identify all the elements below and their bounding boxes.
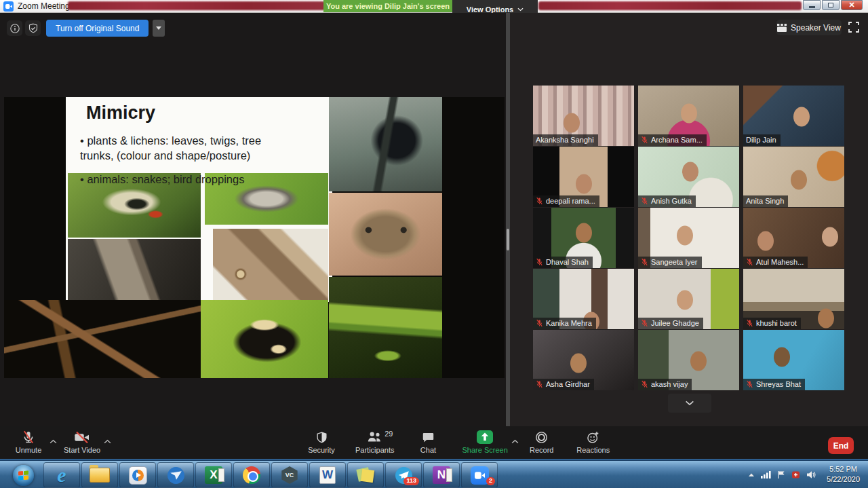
clock-date: 5/22/2020: [827, 474, 860, 485]
participant-name: Anish Gutka: [651, 197, 692, 205]
chevron-up-icon[interactable]: [50, 434, 57, 447]
screen-share-region: Turn off Original Sound Mimicry plants &…: [0, 13, 506, 426]
taskbar-media-player-button[interactable]: [119, 462, 156, 488]
security-button[interactable]: Security: [304, 429, 339, 454]
scroll-more-participants-button[interactable]: [668, 394, 711, 413]
window-title: Zoom Meeting: [18, 1, 70, 11]
taskbar-onenote-button[interactable]: N: [423, 462, 460, 488]
muted-mic-icon: [536, 319, 543, 327]
zoom-meeting-window: Zoom Meeting You are viewing Dilip Jain'…: [0, 0, 868, 488]
participant-face: [564, 113, 580, 133]
taskbar-word-button[interactable]: W: [309, 462, 346, 488]
control-label: Unmute: [16, 446, 42, 454]
participant-name-label: Dhaval Shah: [533, 257, 593, 268]
photo-black-caterpillar: [201, 300, 328, 378]
participant-tile-anita-singh[interactable]: Anita Singh: [743, 147, 844, 207]
turn-off-original-sound-button[interactable]: Turn off Original Sound: [46, 20, 149, 37]
start-video-button[interactable]: Start Video: [64, 429, 100, 454]
system-tray: 5:52 PM 5/22/2020: [748, 461, 867, 488]
participant-name: Sangeeta Iyer: [651, 258, 698, 266]
zoom-logo-icon: [3, 1, 14, 12]
slide-bullet: animals: snakes; bird droppings: [80, 172, 275, 187]
unmute-button[interactable]: Unmute: [11, 429, 46, 454]
participant-face: [677, 225, 693, 245]
chat-icon: [422, 429, 435, 445]
participant-tile-atul-mahesh[interactable]: Atul Mahesh...: [743, 208, 844, 268]
taskbar-sticky-notes-button[interactable]: [347, 462, 384, 488]
antivirus-icon[interactable]: [791, 470, 800, 479]
control-label: Record: [530, 446, 553, 454]
taskbar-start-button[interactable]: [4, 462, 42, 488]
original-sound-dropdown-button[interactable]: [153, 20, 165, 37]
speaker-view-button[interactable]: Speaker View: [776, 20, 842, 35]
participant-name: Dhaval Shah: [546, 258, 589, 266]
participant-tile-khushi-barot[interactable]: khushi barot: [743, 269, 844, 329]
encryption-button[interactable]: [25, 20, 41, 36]
restore-button[interactable]: [822, 0, 840, 10]
participant-face: [791, 170, 807, 189]
action-center-flag-icon[interactable]: [777, 470, 785, 479]
muted-mic-icon: [641, 380, 648, 388]
taskbar-zoom-app-button[interactable]: 2: [461, 462, 498, 488]
participant-name: Shreyas Bhat: [756, 380, 801, 388]
control-label: Reactions: [576, 446, 610, 454]
taskbar-internet-explorer-button[interactable]: e: [43, 462, 80, 488]
hidden-icons-button[interactable]: [748, 472, 755, 477]
taskbar-excel-button[interactable]: X: [195, 462, 232, 488]
participant-name: deepali rama...: [546, 197, 595, 205]
mic-slash-icon: [22, 429, 35, 445]
participant-tile-anish-gutka[interactable]: Anish Gutka: [638, 147, 739, 207]
taskbar-vc-app-button[interactable]: VC: [271, 462, 308, 488]
close-button[interactable]: ✕: [841, 0, 863, 10]
meeting-info-button[interactable]: [7, 20, 22, 36]
fullscreen-icon: [848, 22, 859, 33]
network-icon[interactable]: [761, 470, 771, 478]
participant-tile-juilee-ghadge[interactable]: Juilee Ghadge: [638, 269, 739, 329]
scrollbar-thumb[interactable]: [507, 229, 509, 250]
chevron-up-icon[interactable]: [104, 434, 111, 447]
taskbar-chrome-button[interactable]: [233, 462, 270, 488]
participant-face: [576, 174, 592, 194]
reactions-button[interactable]: Reactions: [576, 429, 611, 454]
volume-icon[interactable]: [806, 470, 816, 479]
fullscreen-button[interactable]: [848, 21, 860, 33]
end-meeting-button[interactable]: End: [828, 437, 854, 454]
chat-button[interactable]: Chat: [410, 429, 446, 454]
slide-bullet: plants & lichens: leaves, twigs, tree tr…: [80, 134, 275, 164]
participant-tile-kanika-mehra[interactable]: Kanika Mehra: [533, 269, 634, 329]
control-label: Start Video: [64, 446, 100, 454]
participant-tile-archana-sam[interactable]: Archana Sam...: [638, 86, 739, 146]
photo-centipede-mimic: [329, 97, 442, 191]
title-bar: Zoom Meeting You are viewing Dilip Jain'…: [0, 0, 868, 13]
windows-taskbar: eXVCW113N2 5:52 PM 5/22/2020: [0, 460, 868, 488]
sticky-notes-icon: [357, 466, 374, 484]
participant-tile-deepali-rama[interactable]: deepali rama...: [533, 147, 634, 207]
record-button[interactable]: Record: [524, 429, 559, 454]
participant-tile-dilip-jain[interactable]: Dilip Jain: [743, 86, 844, 146]
participants-button[interactable]: 29Participants: [355, 429, 394, 454]
participant-tile-sangeeta-iyer[interactable]: Sangeeta Iyer: [638, 208, 739, 268]
taskbar-telegram-button[interactable]: 113: [385, 462, 422, 488]
participant-tile-dhaval-shah[interactable]: Dhaval Shah: [533, 208, 634, 268]
notification-badge: 113: [403, 477, 419, 485]
taskbar-clock[interactable]: 5:52 PM 5/22/2020: [823, 464, 864, 485]
share-screen-button[interactable]: Share Screen: [462, 429, 507, 454]
participant-name: Anita Singh: [746, 197, 784, 205]
chevron-up-icon[interactable]: [511, 434, 519, 447]
participant-name: khushi barot: [756, 319, 797, 327]
taskbar-file-explorer-button[interactable]: [81, 462, 118, 488]
taskbar-thunderbird-button[interactable]: [157, 462, 194, 488]
minimize-button[interactable]: [803, 0, 821, 10]
participant-tile-shreyas-bhat[interactable]: Shreyas Bhat: [743, 330, 844, 390]
participant-face: [681, 103, 697, 123]
participant-tile-akanksha-sanghi[interactable]: Akanksha Sanghi: [533, 86, 634, 146]
muted-mic-icon: [536, 380, 543, 388]
vc-app-icon: VC: [281, 466, 298, 484]
muted-mic-icon: [746, 380, 753, 388]
participant-tile-akash-vijay[interactable]: akash vijay: [638, 330, 739, 390]
photo-vine-snake: [329, 277, 442, 378]
participant-face: [774, 348, 790, 367]
participant-tile-asha-girdhar[interactable]: Asha Girdhar: [533, 330, 634, 390]
chevron-down-icon: [685, 400, 694, 406]
photo-owl-moth: [329, 193, 442, 276]
